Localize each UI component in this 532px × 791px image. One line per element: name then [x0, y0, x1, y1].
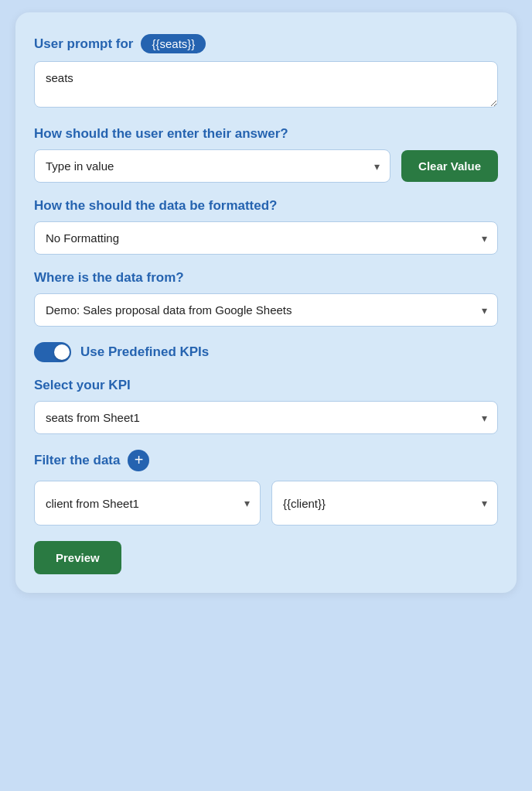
- seats-input[interactable]: seats: [34, 61, 498, 108]
- filter-value-wrapper: {{client}} {{seats}} {{revenue}} ▾: [271, 481, 498, 526]
- answer-label: How should the user enter their answer?: [34, 126, 498, 142]
- filter-label: Filter the data: [34, 453, 120, 468]
- kpi-toggle-label: Use Predefined KPIs: [80, 344, 209, 360]
- answer-type-wrapper: Type in value Select from list Date pick…: [34, 149, 390, 183]
- filter-row: client from Sheet1 seats from Sheet1 rev…: [34, 481, 498, 526]
- datasource-select[interactable]: Demo: Sales proposal data from Google Sh…: [34, 293, 498, 327]
- kpi-select-wrapper: seats from Sheet1 revenue from Sheet1 cl…: [34, 401, 498, 434]
- answer-controls: Type in value Select from list Date pick…: [34, 149, 498, 183]
- kpi-toggle-row: Use Predefined KPIs: [34, 342, 498, 362]
- toggle-track: [34, 342, 71, 362]
- filter-header: Filter the data +: [34, 450, 498, 471]
- format-wrapper: No Formatting Currency Percentage Number…: [34, 221, 498, 255]
- clear-value-button[interactable]: Clear Value: [401, 150, 498, 182]
- kpi-select[interactable]: seats from Sheet1 revenue from Sheet1 cl…: [34, 401, 498, 434]
- main-card: User prompt for {{seats}} seats How shou…: [15, 12, 517, 593]
- filter-field-select[interactable]: client from Sheet1 seats from Sheet1 rev…: [34, 481, 261, 526]
- toggle-thumb: [54, 344, 70, 360]
- filter-field-wrapper: client from Sheet1 seats from Sheet1 rev…: [34, 481, 261, 526]
- prompt-label: User prompt for: [34, 36, 133, 52]
- seats-badge: {{seats}}: [141, 34, 206, 53]
- format-select[interactable]: No Formatting Currency Percentage Number: [34, 221, 498, 255]
- filter-value-select[interactable]: {{client}} {{seats}} {{revenue}}: [271, 481, 498, 526]
- datasource-label: Where is the data from?: [34, 270, 498, 286]
- format-label: How the should the data be formatted?: [34, 198, 498, 214]
- kpi-select-label: Select your KPI: [34, 378, 498, 393]
- prompt-header: User prompt for {{seats}}: [34, 34, 498, 53]
- answer-type-select[interactable]: Type in value Select from list Date pick…: [34, 149, 390, 183]
- kpi-toggle[interactable]: [34, 342, 71, 362]
- datasource-wrapper: Demo: Sales proposal data from Google Sh…: [34, 293, 498, 327]
- preview-button[interactable]: Preview: [34, 541, 121, 574]
- add-filter-button[interactable]: +: [128, 450, 149, 471]
